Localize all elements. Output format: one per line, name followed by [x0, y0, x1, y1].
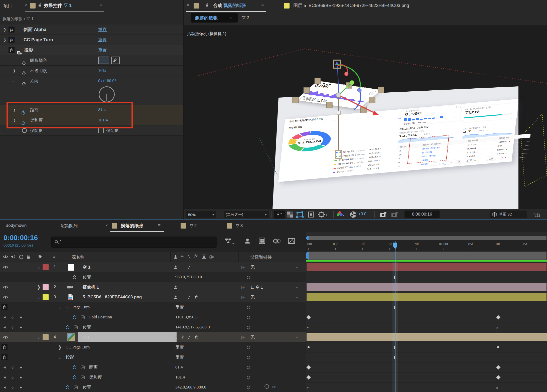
effect-row-drop-shadow[interactable]: ⌄ fx 投影 重置 — [0, 45, 183, 55]
source-name-column[interactable]: 源名称 — [72, 254, 84, 260]
layer-row-selected[interactable]: ⌄ 4 ▽ 1 ✳ ╱ fx ◎ 无 ⌄ — [0, 332, 306, 342]
close-icon[interactable]: × — [187, 3, 189, 8]
keyframe[interactable] — [496, 375, 500, 379]
fxgroup-cc-page-turn[interactable]: fx ⌄ CC Page Turn 重置 ◎ — [0, 302, 306, 312]
graph-include-icon[interactable] — [81, 375, 85, 379]
graph-include-icon[interactable] — [74, 325, 78, 329]
draft-3d-button[interactable]: 草图 3D — [490, 211, 527, 218]
breadcrumb-back-icon[interactable]: ‹ — [230, 15, 232, 20]
expand-toggle[interactable]: ⌄ — [37, 332, 41, 342]
layer-bar-null[interactable] — [307, 263, 546, 271]
layer-bar-selected[interactable] — [307, 333, 547, 341]
expand-toggle[interactable]: ❯ — [58, 342, 62, 352]
position-value-selected[interactable]: 342.0,508.9,380.0 — [175, 382, 206, 392]
keyframe[interactable] — [306, 375, 311, 379]
direction-value[interactable]: 0x+180.0° — [98, 76, 116, 86]
shy-toggle-icon[interactable] — [244, 238, 251, 244]
parent-dropdown[interactable]: 1. 空 1 — [250, 282, 263, 292]
expand-toggle[interactable]: ⌄ — [37, 292, 41, 302]
work-area-bar[interactable] — [306, 251, 547, 260]
expand-toggle[interactable]: ⌄ — [37, 262, 41, 272]
reset-link[interactable]: 重置 — [175, 352, 184, 362]
layer-row-camera[interactable]: ❯ 2 摄像机 1 ◎ 1. 空 1 ⌄ — [0, 282, 306, 292]
fast-preview-button[interactable]: ▾ — [274, 211, 285, 219]
stopwatch-icon-active[interactable] — [73, 375, 77, 379]
pickwhip-icon[interactable]: ◎ — [247, 302, 250, 312]
eye-icon[interactable] — [3, 285, 8, 289]
layer-row-null1[interactable]: ⌄ 1 空 1 ╱ ◎ 无 ⌄ — [0, 262, 306, 272]
shadow-color-swatch[interactable] — [98, 57, 109, 64]
frame-blend-icon[interactable] — [259, 238, 265, 244]
pickwhip-icon[interactable]: ◎ — [247, 382, 250, 392]
motion-blur-column-icon[interactable] — [209, 255, 214, 259]
keyframe-hold[interactable]: » — [496, 325, 498, 329]
stopwatch-icon-active[interactable] — [73, 365, 77, 369]
crop-region-icon[interactable] — [318, 212, 325, 218]
tab-composition[interactable]: 合成 飘落的纸张 — [213, 3, 246, 9]
tab-comp2[interactable]: ▽ 2 — [190, 223, 197, 228]
pickwhip-icon[interactable]: ◎ — [247, 372, 250, 382]
parent-link-column[interactable]: 父级和链接 — [250, 254, 272, 260]
composition-flowchart-icon[interactable] — [225, 238, 231, 244]
time-ruler[interactable]: 0:00f 05f 10f 15f 20f 01:00f 05f 10f 15f — [306, 240, 547, 251]
work-area-start-handle[interactable] — [306, 252, 309, 260]
exposure-value[interactable]: +0.0 — [358, 212, 366, 216]
pickwhip-icon[interactable]: ◎ — [247, 362, 250, 372]
parent-dropdown[interactable]: 无 — [250, 332, 255, 342]
tab-comp-timeline[interactable]: 飘落的纸张 — [121, 223, 143, 229]
pickwhip-icon[interactable]: ◎ — [247, 312, 250, 322]
prop-row-position-null[interactable]: 位置 960.0,751.0,0.0 ◎ — [0, 272, 306, 282]
fx-column-icon[interactable]: fx — [194, 254, 197, 259]
position-value[interactable]: 960.0,751.0,0.0 — [175, 272, 202, 282]
unlock-icon[interactable] — [205, 3, 209, 7]
next-keyframe[interactable]: ▶ — [20, 382, 22, 392]
tab-layer[interactable]: 图层 5_BC5B69BE-1926-44C4-972F-4823FBF44C0… — [293, 3, 409, 9]
pickwhip-icon[interactable]: ◎ — [247, 342, 250, 352]
shy-switch[interactable] — [173, 265, 178, 269]
current-timecode[interactable]: 0:00:00:16 — [4, 234, 38, 242]
next-keyframe[interactable]: ▶ — [20, 322, 22, 332]
opacity-value[interactable]: 16% — [98, 66, 106, 76]
reset-link[interactable]: 重置 — [98, 35, 107, 45]
softness-value-tl[interactable]: 101.4 — [175, 372, 185, 382]
pickwhip-icon[interactable]: ◎ — [247, 272, 250, 282]
search-input[interactable]: ▾ — [51, 237, 217, 248]
add-keyframe[interactable]: ◇ — [12, 362, 14, 372]
next-keyframe[interactable]: ▶ — [20, 312, 22, 322]
timeline-graph-area[interactable]: 0:00f 05f 10f 15f 20f 01:00f 05f 10f 15f — [306, 232, 547, 392]
eye-icon[interactable] — [3, 295, 8, 299]
label-chip[interactable] — [43, 264, 49, 270]
viewer-timecode[interactable]: 0:00:00:16 — [404, 211, 440, 218]
direction-dial[interactable] — [99, 86, 115, 102]
next-keyframe[interactable]: ▶ — [20, 372, 22, 382]
label-chip[interactable] — [43, 334, 49, 340]
stopwatch-icon[interactable] — [22, 128, 27, 133]
add-keyframe[interactable]: ◇ — [12, 372, 14, 382]
panel-menu-icon[interactable]: ≡ — [261, 2, 264, 8]
add-keyframe[interactable]: ◇ — [12, 382, 14, 392]
prop-row-distance-tl[interactable]: ◀ ◇ ▶ 距离 81.4 ◎ — [0, 362, 306, 372]
panel-menu-icon[interactable]: ≡ — [158, 223, 161, 228]
expand-toggle[interactable]: ⌄ — [58, 352, 62, 362]
graph-include-icon[interactable] — [74, 385, 78, 389]
parent-dropdown[interactable]: 无 — [250, 262, 255, 272]
stopwatch-icon-active[interactable] — [66, 325, 70, 329]
layer-row-png[interactable]: ⌄ 3 5_BC5B6...823FBF44C03.png ╱ fx ◎ 无 ⌄ — [0, 292, 306, 302]
keyframe-dot[interactable] — [308, 346, 310, 348]
panel-menu-icon[interactable]: ≡ — [100, 2, 102, 8]
motion-blur-icon[interactable] — [273, 238, 281, 244]
unlock-icon[interactable] — [38, 3, 42, 7]
pickwhip-icon[interactable]: ◎ — [241, 292, 245, 302]
shy-switch[interactable] — [173, 285, 178, 289]
zoom-dropdown[interactable]: 50%▾ — [186, 211, 216, 218]
exposure-icon[interactable] — [350, 211, 356, 218]
graph-include-icon[interactable] — [81, 365, 85, 369]
solo-column-icon[interactable] — [19, 255, 23, 259]
reset-link[interactable]: 重置 — [98, 25, 107, 35]
expand-toggle[interactable]: ❯ — [37, 282, 41, 292]
keyframe[interactable] — [496, 365, 500, 369]
view-layout-icon[interactable] — [534, 212, 541, 218]
keyframe[interactable] — [496, 315, 500, 319]
prop-row-position-png[interactable]: ◀ ◇ ▶ 位置 1419.9,517.6,-280.0 ◎ — [0, 322, 306, 332]
tab-effect-controls[interactable]: 效果控件 ▽ 1 — [44, 3, 72, 9]
